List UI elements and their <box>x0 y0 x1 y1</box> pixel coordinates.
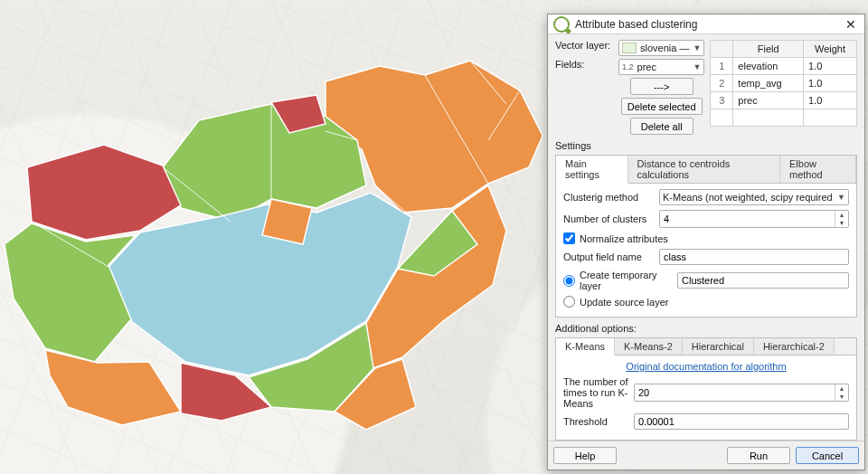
num-clusters-label: Number of clusters <box>563 213 654 224</box>
clustering-method-label: Clusterig method <box>563 192 654 203</box>
tab-kmeans2[interactable]: K-Means-2 <box>615 338 683 355</box>
tab-hier[interactable]: Hierarchical <box>683 338 754 355</box>
settings-label: Settings <box>555 140 857 151</box>
weights-table[interactable]: FieldWeight 1elevation1.0 2temp_avg1.0 3… <box>710 40 857 127</box>
attribute-clustering-dialog: Attribute based clustering ✕ Vector laye… <box>547 14 865 470</box>
normalize-checkbox[interactable]: Normalize attributes <box>563 232 849 244</box>
threshold-label: Threshold <box>563 416 628 427</box>
radio-update-source[interactable]: Update source layer <box>563 296 849 308</box>
runs-label: The number of times to run K-Means <box>563 376 628 409</box>
fields-combo[interactable]: 1.2 prec ▼ <box>618 59 704 75</box>
run-button[interactable]: Run <box>727 447 790 464</box>
temp-layer-name-input[interactable] <box>677 272 849 289</box>
delete-selected-button[interactable]: Delete selected <box>621 98 703 115</box>
table-row: 1elevation1.0 <box>711 58 857 75</box>
vector-layer-label: Vector layer: <box>555 40 613 56</box>
tab-elbow[interactable]: Elbow method <box>780 156 856 183</box>
doc-link[interactable]: Original documentation for algorithm <box>563 361 849 372</box>
runs-spin[interactable]: ▲▼ <box>634 384 849 402</box>
num-clusters-spin[interactable]: ▲▼ <box>659 210 849 228</box>
spin-down-icon[interactable]: ▼ <box>835 393 848 401</box>
chevron-down-icon: ▼ <box>837 193 845 202</box>
fields-label: Fields: <box>555 59 613 75</box>
spin-down-icon[interactable]: ▼ <box>835 219 848 227</box>
additional-options-label: Additional options: <box>555 323 857 334</box>
settings-tabs: Main settings Distance to centroids calc… <box>555 155 857 318</box>
spin-up-icon[interactable]: ▲ <box>835 384 848 393</box>
polygon-layer-icon <box>622 43 637 53</box>
qgis-map-canvas[interactable]: Attribute based clustering ✕ Vector laye… <box>0 0 868 474</box>
table-row: 2temp_avg1.0 <box>711 75 857 92</box>
chevron-down-icon: ▼ <box>693 43 701 52</box>
additional-tabs: K-Means K-Means-2 Hierarchical Hierarchi… <box>555 337 857 441</box>
chevron-down-icon: ▼ <box>693 62 701 71</box>
output-field-label: Output field name <box>563 251 654 262</box>
output-field-input[interactable] <box>659 249 849 265</box>
close-icon[interactable]: ✕ <box>843 17 859 32</box>
table-row: 3prec1.0 <box>711 92 857 109</box>
radio-create-temp[interactable]: Create temporary layer <box>563 270 672 291</box>
tab-distance[interactable]: Distance to centroids calculations <box>628 156 780 183</box>
spin-up-icon[interactable]: ▲ <box>835 211 848 219</box>
tab-main-settings[interactable]: Main settings <box>556 156 628 184</box>
add-field-button[interactable]: ---> <box>630 78 693 95</box>
tab-kmeans[interactable]: K-Means <box>556 338 615 356</box>
qgis-icon <box>553 16 570 33</box>
vector-layer-combo[interactable]: slovenia — ▼ <box>618 40 704 56</box>
threshold-input[interactable] <box>634 413 849 430</box>
clustered-layer <box>0 50 561 430</box>
help-button[interactable]: Help <box>553 447 617 464</box>
delete-all-button[interactable]: Delete all <box>630 118 693 135</box>
cancel-button[interactable]: Cancel <box>796 447 859 464</box>
tab-hier2[interactable]: Hierarchical-2 <box>754 338 835 355</box>
clustering-method-combo[interactable]: K-Means (not weighted, scipy required, f… <box>659 189 849 205</box>
dialog-title: Attribute based clustering <box>575 18 697 31</box>
